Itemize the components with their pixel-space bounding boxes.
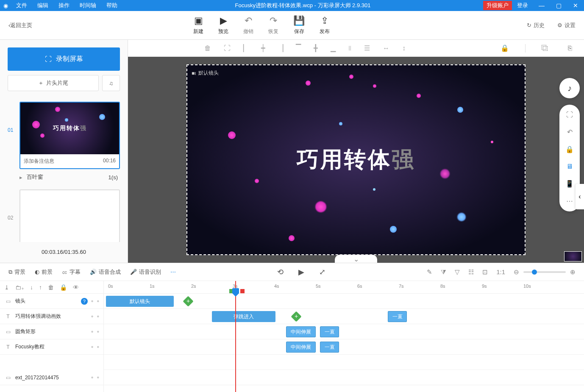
keyframe-add[interactable] xyxy=(183,296,193,306)
tab-asr[interactable]: 🎤语音识别 xyxy=(130,268,161,276)
slide-item[interactable]: 02 xyxy=(8,189,120,242)
fullscreen-icon[interactable]: ⛶ xyxy=(564,111,576,119)
menu-action[interactable]: 操作 xyxy=(53,2,75,9)
down-icon[interactable]: ↓ xyxy=(30,284,33,291)
rewind-icon[interactable]: ⟲ xyxy=(277,267,284,277)
clip-always[interactable]: 一直 xyxy=(388,311,407,322)
preview-button[interactable]: ▶预览 xyxy=(218,15,228,35)
track-row[interactable]: 默认镜头 xyxy=(104,294,584,309)
close-icon[interactable]: ✕ xyxy=(567,2,584,9)
import-icon[interactable]: ⤓ xyxy=(4,284,9,291)
track-header-shape[interactable]: ▭圆角矩形•• xyxy=(0,324,103,339)
align-top-icon[interactable]: ▔ xyxy=(296,44,301,52)
minimap[interactable] xyxy=(564,251,582,261)
desktop-icon[interactable]: 🖥 xyxy=(564,163,576,170)
track-header-camera[interactable]: ▭镜头?•• xyxy=(0,294,103,309)
zoom-out-icon[interactable]: ⊖ xyxy=(514,268,519,276)
music-button[interactable]: ♫ xyxy=(102,75,120,91)
edit-icon[interactable]: ✎ xyxy=(427,268,432,276)
menu-edit[interactable]: 编辑 xyxy=(32,2,53,9)
clip-camera[interactable]: 默认镜头 xyxy=(106,296,174,307)
lock-icon[interactable]: 🔒 xyxy=(564,145,576,153)
same-height-icon[interactable]: ↕ xyxy=(402,44,406,52)
menu-help[interactable]: 帮助 xyxy=(101,2,122,9)
delete-icon[interactable]: 🗑 xyxy=(204,44,211,52)
distribute-v-icon[interactable]: ☰ xyxy=(364,44,370,52)
settings-button[interactable]: ⚙ 设置 xyxy=(557,22,576,29)
canvas-frame[interactable]: ■ı默认镜头 巧用转体强 xyxy=(186,64,526,255)
clip-expand[interactable]: 中间伸展 xyxy=(286,326,316,337)
tab-foreground[interactable]: ◐前景 xyxy=(35,268,53,276)
maximize-icon[interactable]: ▢ xyxy=(550,2,567,9)
align-right-icon[interactable]: ▕ xyxy=(278,44,283,52)
play-icon[interactable]: ▶ xyxy=(298,267,304,277)
tab-subtitle[interactable]: ㏄字幕 xyxy=(62,268,81,276)
slide-thumbnail[interactable] xyxy=(20,190,119,242)
zoom-in-icon[interactable]: ⊕ xyxy=(570,268,576,276)
back-button[interactable]: ‹ 返回主页 xyxy=(8,22,32,29)
folder-icon[interactable]: 🗀₊ xyxy=(15,284,24,291)
eye-icon[interactable]: 👁 xyxy=(73,284,79,291)
track-header-text2[interactable]: TFocusky教程•• xyxy=(0,339,103,355)
track-row[interactable] xyxy=(104,370,584,385)
more-tabs[interactable]: ⋯ xyxy=(170,269,176,275)
slide-thumbnail[interactable]: 巧用转体强 xyxy=(20,103,119,154)
music-fab[interactable]: ♪ xyxy=(559,78,580,98)
filter-icon[interactable]: ⧩ xyxy=(441,268,446,276)
transition-row[interactable]: ▸ 百叶窗 1(s) xyxy=(8,169,120,183)
slide-caption[interactable]: 添加备注信息 xyxy=(24,158,54,165)
align-center-h-icon[interactable]: ┿ xyxy=(261,44,265,52)
clip-expand[interactable]: 中间伸展 xyxy=(286,342,316,353)
track-header-text1[interactable]: T巧用转体强调动画效•• xyxy=(0,309,103,324)
tab-background[interactable]: ⧉背景 xyxy=(8,268,25,276)
funnel-icon[interactable]: ▽ xyxy=(455,268,460,276)
time-ruler[interactable]: 0s 1s 2s 3s 4s 5s 6s 7s 8s 9s 10s xyxy=(104,281,584,294)
ratio-icon[interactable]: 1:1 xyxy=(496,268,505,276)
tab-tts[interactable]: 🔊语音合成 xyxy=(90,268,121,276)
expand-panel-tab[interactable]: ‹ xyxy=(576,184,584,209)
lock-icon[interactable]: 🔒 xyxy=(497,44,512,52)
mobile-icon[interactable]: 📱 xyxy=(564,180,576,188)
lock-icon[interactable]: 🔒 xyxy=(60,284,67,291)
track-row[interactable]: 中间伸展 一直 xyxy=(104,324,584,339)
timeline-tracks[interactable]: 0s 1s 2s 3s 4s 5s 6s 7s 8s 9s 10s 默认镜头 弹… xyxy=(104,281,584,392)
titles-button[interactable]: ＋片头片尾 xyxy=(8,75,99,91)
slide-item[interactable]: 01 巧用转体强 添加备注信息 00:16 xyxy=(8,102,120,169)
paste-icon[interactable]: ⎘ xyxy=(565,44,576,52)
minimize-icon[interactable]: — xyxy=(533,2,550,9)
align-left-icon[interactable]: ▏ xyxy=(243,44,248,52)
copy-icon[interactable]: ⿻ xyxy=(538,44,552,52)
clip-always[interactable]: 一直 xyxy=(320,342,339,353)
collapse-timeline-tab[interactable]: ⌄ xyxy=(335,255,377,263)
expand-icon[interactable]: ⤢ xyxy=(319,267,325,277)
distribute-h-icon[interactable]: ⫴ xyxy=(348,44,351,52)
zoom-slider[interactable]: ⊖ ⊕ xyxy=(514,268,576,276)
canvas-viewport[interactable]: ■ı默认镜头 巧用转体强 ♪ ⛶ ↶ 🔒 🖥 📱 ⋯ xyxy=(128,57,584,263)
new-button[interactable]: ▣新建 xyxy=(193,15,203,35)
track-row[interactable]: 弹跳进入 一直 xyxy=(104,309,584,324)
settings-icon[interactable]: ☷ xyxy=(468,268,474,276)
login-button[interactable]: 登录 xyxy=(512,2,533,9)
track-row[interactable] xyxy=(104,355,584,370)
upgrade-button[interactable]: 升级账户 xyxy=(483,1,512,10)
delete-icon[interactable]: 🗑 xyxy=(48,284,54,291)
undo-button[interactable]: ↶撤销 xyxy=(243,15,253,35)
keyframe-add[interactable] xyxy=(291,311,301,322)
menu-file[interactable]: 文件 xyxy=(11,2,32,9)
publish-button[interactable]: ⇪发布 xyxy=(320,15,330,35)
clip-always[interactable]: 一直 xyxy=(320,326,339,337)
record-screen-button[interactable]: ⛶ 录制屏幕 xyxy=(8,47,120,71)
history-button[interactable]: ↻ 历史 xyxy=(527,22,545,29)
track-row[interactable]: 中间伸展 一直 xyxy=(104,339,584,355)
playhead[interactable] xyxy=(235,281,236,392)
menu-timeline[interactable]: 时间轴 xyxy=(75,2,101,9)
align-bottom-icon[interactable]: ▁ xyxy=(331,44,336,52)
track-header-ext[interactable]: ▭ext_201722014475•• xyxy=(0,370,103,385)
crop-icon[interactable]: ⛶ xyxy=(224,44,231,52)
save-button[interactable]: 💾保存 xyxy=(293,15,305,35)
up-icon[interactable]: ↑ xyxy=(39,284,42,291)
clip-bounce[interactable]: 弹跳进入 xyxy=(212,311,275,322)
bracket-icon[interactable]: ⊡ xyxy=(482,268,488,276)
redo-button[interactable]: ↷恢复 xyxy=(268,15,278,35)
undo-icon[interactable]: ↶ xyxy=(564,128,576,136)
